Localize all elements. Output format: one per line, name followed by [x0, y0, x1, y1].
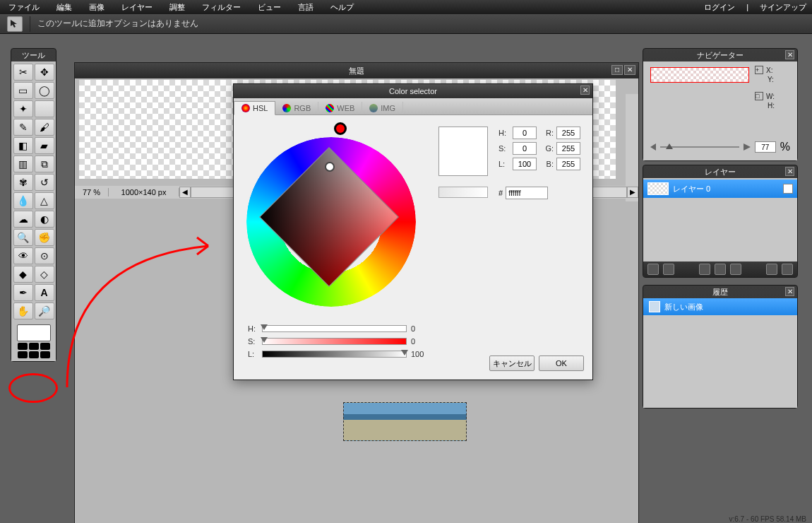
dodge-tool[interactable]: 🔍 — [13, 229, 33, 246]
preset-color-3[interactable] — [40, 343, 50, 350]
crop-tool[interactable]: ✂ — [13, 64, 33, 81]
menu-help[interactable]: ヘルプ — [322, 2, 362, 13]
menu-file[interactable]: ファイル — [0, 2, 48, 13]
navigator-thumbnail[interactable] — [650, 67, 749, 83]
smudge-tool[interactable]: ☁ — [13, 211, 33, 228]
s-slider[interactable] — [262, 338, 407, 345]
h-slider[interactable] — [262, 325, 407, 332]
lasso-tool[interactable]: ◯ — [35, 82, 54, 99]
duplicate-layer-button[interactable] — [699, 264, 710, 275]
hue-marker[interactable] — [334, 122, 347, 135]
crosshair-icon: + — [755, 66, 763, 74]
redeye-tool[interactable]: 👁 — [13, 247, 33, 264]
maximize-button[interactable]: □ — [611, 65, 623, 75]
new-image-icon — [649, 301, 660, 312]
l-slider[interactable] — [262, 351, 407, 358]
layer-settings-button[interactable] — [766, 264, 777, 275]
tab-rgb[interactable]: RGB — [275, 102, 318, 114]
h-label: H: — [768, 102, 775, 110]
type-tool[interactable]: A — [35, 284, 54, 301]
g-input[interactable] — [556, 142, 580, 155]
replace-tool[interactable]: ↺ — [35, 174, 54, 191]
gradient-tool[interactable]: ▥ — [13, 155, 33, 172]
foreground-color-swatch[interactable] — [17, 324, 51, 341]
l-input[interactable] — [513, 158, 537, 170]
zoom-in-icon[interactable] — [744, 143, 751, 151]
signup-link[interactable]: サインアップ — [754, 2, 812, 13]
color-compare-strip — [438, 187, 488, 198]
navigator-title: ナビゲーター✕ — [643, 49, 797, 61]
close-button[interactable]: ✕ — [624, 65, 635, 75]
scroll-left-button[interactable]: ◀ — [179, 187, 191, 198]
menu-edit[interactable]: 編集 — [48, 2, 80, 13]
wand-tool[interactable]: ✦ — [13, 100, 33, 117]
menu-filter[interactable]: フィルター — [193, 2, 249, 13]
brush-tool[interactable]: 🖌 — [35, 119, 54, 136]
empty-1[interactable] — [35, 100, 54, 117]
sharpen-tool[interactable]: △ — [35, 192, 54, 209]
bounds-icon: □ — [755, 92, 763, 100]
zoom-slider-track[interactable] — [660, 146, 739, 148]
layer-visibility-checkbox[interactable]: ✓ — [783, 184, 793, 194]
menu-view[interactable]: ビュー — [249, 2, 289, 13]
pencil-tool[interactable]: ✎ — [13, 119, 33, 136]
merge-button[interactable] — [715, 264, 726, 275]
cancel-button[interactable]: キャンセル — [489, 355, 535, 371]
zoom-input[interactable] — [755, 141, 776, 153]
preset-color-1[interactable] — [18, 343, 28, 350]
r-input[interactable] — [556, 127, 580, 139]
ok-button[interactable]: OK — [539, 355, 584, 371]
status-bar: v:6.7 - 60 FPS 58.14 MB — [729, 515, 807, 523]
preset-color-5[interactable] — [29, 351, 39, 358]
layer-row-0[interactable]: レイヤー 0 ✓ — [643, 180, 797, 198]
mask-button[interactable] — [663, 264, 674, 275]
eyedropper-tool[interactable]: ✒ — [13, 284, 33, 301]
hsl-sliders: H:0 S:0 L:100 — [248, 324, 428, 363]
blur-tool[interactable]: 💧 — [13, 192, 33, 209]
scroll-right-button[interactable]: ▶ — [627, 187, 638, 198]
history-title: 履歴✕ — [643, 286, 797, 298]
layers-title: レイヤー✕ — [643, 165, 797, 178]
login-link[interactable]: ログイン — [698, 2, 741, 13]
color-selector-dialog: Color selector ✕ HSL RGB WEB IMG H:0 S:0… — [233, 83, 593, 380]
layers-close-button[interactable]: ✕ — [785, 167, 794, 176]
hand-tool[interactable]: ✋ — [13, 302, 33, 319]
move-up-button[interactable] — [730, 264, 741, 275]
pasted-image[interactable] — [343, 402, 467, 441]
b-input[interactable] — [556, 158, 580, 170]
spot-tool[interactable]: ⊙ — [35, 247, 54, 264]
dialog-close-button[interactable]: ✕ — [580, 86, 590, 95]
marquee-tool[interactable]: ▭ — [13, 82, 33, 99]
eraser-tool[interactable]: ◧ — [13, 137, 33, 154]
sl-marker[interactable] — [325, 162, 335, 172]
navigator-close-button[interactable]: ✕ — [785, 50, 794, 59]
tab-img[interactable]: IMG — [362, 102, 403, 114]
bucket-tool[interactable]: ▰ — [35, 137, 54, 154]
preset-color-4[interactable] — [18, 351, 28, 358]
new-layer-button[interactable] — [647, 264, 659, 275]
menu-image[interactable]: 画像 — [80, 2, 113, 13]
menu-language[interactable]: 言語 — [289, 2, 322, 13]
history-close-button[interactable]: ✕ — [785, 287, 794, 296]
zoom-display: 77 % — [75, 188, 109, 196]
menu-adjust[interactable]: 調整 — [161, 2, 193, 13]
preset-color-6[interactable] — [40, 351, 50, 358]
sponge-tool[interactable]: ◐ — [35, 211, 54, 228]
delete-layer-button[interactable] — [782, 264, 793, 275]
zoom-out-icon[interactable] — [650, 143, 656, 151]
burn-tool[interactable]: ✊ — [35, 229, 54, 246]
move-tool[interactable]: ✥ — [35, 64, 54, 81]
h-input[interactable] — [513, 127, 537, 139]
clone-tool[interactable]: ⧉ — [35, 155, 54, 172]
pinch-tool[interactable]: ◇ — [35, 266, 54, 283]
hex-input[interactable] — [506, 187, 548, 199]
s-input[interactable] — [513, 142, 537, 155]
zoom-tool[interactable]: 🔎 — [35, 302, 54, 319]
tab-web[interactable]: WEB — [318, 102, 362, 114]
bloat-tool[interactable]: ◆ — [13, 266, 33, 283]
menu-layer[interactable]: レイヤー — [113, 2, 161, 13]
history-item-new-image[interactable]: 新しい画像 — [643, 298, 797, 315]
tab-hsl[interactable]: HSL — [234, 101, 275, 115]
preset-color-2[interactable] — [29, 343, 39, 350]
stamp-tool[interactable]: ✾ — [13, 174, 33, 191]
